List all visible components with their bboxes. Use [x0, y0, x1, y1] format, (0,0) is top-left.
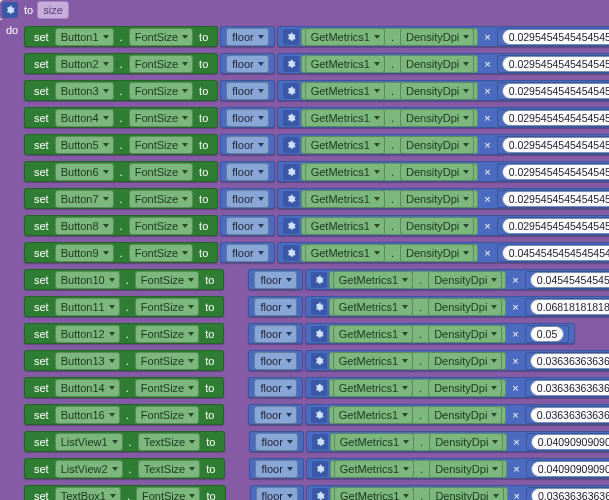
- number-value[interactable]: 0.04090909090909090909: [531, 461, 609, 477]
- number-block[interactable]: 0.03636363636363636: [526, 487, 609, 501]
- number-block[interactable]: 0.04090909090909090909: [526, 460, 609, 478]
- densitydpi-dropdown[interactable]: DensityDpi: [400, 244, 474, 262]
- set-block[interactable]: set Button10 . FontSize to: [24, 269, 224, 290]
- getmetrics-dropdown[interactable]: GetMetrics1: [333, 352, 413, 370]
- getmetrics-block[interactable]: GetMetrics1 . DensityDpi: [329, 271, 507, 289]
- number-value[interactable]: 0.06818181818181818182: [530, 299, 609, 315]
- densitydpi-dropdown[interactable]: DensityDpi: [428, 352, 502, 370]
- densitydpi-dropdown[interactable]: DensityDpi: [400, 217, 474, 235]
- getmetrics-block[interactable]: GetMetrics1 . DensityDpi: [330, 433, 508, 451]
- property-dropdown[interactable]: TextSize: [138, 460, 201, 478]
- set-block[interactable]: set ListView2 . TextSize to: [24, 458, 225, 479]
- densitydpi-dropdown[interactable]: DensityDpi: [428, 325, 502, 343]
- multiply-block[interactable]: GetMetrics1 . DensityDpi × 0.03636363636…: [305, 350, 609, 371]
- densitydpi-dropdown[interactable]: DensityDpi: [429, 487, 503, 501]
- set-block-row[interactable]: set TextBox1 . FontSize to floor GetMetr…: [24, 485, 609, 500]
- number-value[interactable]: 0.029545454545454545: [502, 110, 609, 126]
- densitydpi-dropdown[interactable]: DensityDpi: [429, 433, 503, 451]
- number-block[interactable]: 0.03636363636363636364: [525, 379, 609, 397]
- floor-func-dropdown[interactable]: floor: [226, 190, 268, 208]
- getmetrics-dropdown[interactable]: GetMetrics1: [305, 244, 385, 262]
- multiply-block[interactable]: GetMetrics1 . DensityDpi × 0.04545454545…: [305, 269, 609, 290]
- set-block[interactable]: set Button7 . FontSize to: [24, 188, 218, 209]
- floor-func-dropdown[interactable]: floor: [254, 379, 296, 397]
- multiply-block[interactable]: GetMetrics1 . DensityDpi × 0.02954545454…: [277, 107, 609, 128]
- component-dropdown[interactable]: Button16: [55, 406, 120, 424]
- multiply-block[interactable]: GetMetrics1 . DensityDpi × 0.04090909090…: [306, 458, 609, 479]
- densitydpi-dropdown[interactable]: DensityDpi: [400, 109, 474, 127]
- number-value[interactable]: 0.04090909090909090909: [531, 434, 609, 450]
- multiply-block[interactable]: GetMetrics1 . DensityDpi × 0.02954545454…: [277, 26, 609, 47]
- set-block-row[interactable]: set Button5 . FontSize to floor GetMetri…: [24, 134, 609, 155]
- floor-block[interactable]: floor: [220, 242, 274, 263]
- set-block-row[interactable]: set Button16 . FontSize to floor GetMetr…: [24, 404, 609, 425]
- floor-block[interactable]: floor: [248, 296, 302, 317]
- property-dropdown[interactable]: FontSize: [135, 271, 199, 289]
- component-dropdown[interactable]: Button8: [55, 217, 114, 235]
- component-dropdown[interactable]: Button11: [55, 298, 120, 316]
- number-block[interactable]: 0.04090909090909090909: [526, 433, 609, 451]
- floor-block[interactable]: floor: [220, 188, 274, 209]
- getmetrics-dropdown[interactable]: GetMetrics1: [334, 487, 414, 501]
- property-dropdown[interactable]: FontSize: [129, 28, 193, 46]
- getmetrics-block[interactable]: GetMetrics1 . DensityDpi: [301, 82, 479, 100]
- getmetrics-dropdown[interactable]: GetMetrics1: [305, 82, 385, 100]
- set-block[interactable]: set Button11 . FontSize to: [24, 296, 224, 317]
- property-dropdown[interactable]: FontSize: [129, 217, 193, 235]
- getmetrics-dropdown[interactable]: GetMetrics1: [334, 433, 414, 451]
- set-block[interactable]: set Button2 . FontSize to: [24, 53, 218, 74]
- gear-icon[interactable]: [283, 245, 299, 261]
- densitydpi-dropdown[interactable]: DensityDpi: [429, 460, 503, 478]
- getmetrics-block[interactable]: GetMetrics1 . DensityDpi: [301, 217, 479, 235]
- property-dropdown[interactable]: TextSize: [138, 433, 201, 451]
- number-value[interactable]: 0.029545454545454545: [502, 83, 609, 99]
- floor-func-dropdown[interactable]: floor: [226, 136, 268, 154]
- floor-block[interactable]: floor: [220, 80, 274, 101]
- floor-block[interactable]: floor: [220, 107, 274, 128]
- set-block-row[interactable]: set ListView2 . TextSize to floor GetMet…: [24, 458, 609, 479]
- floor-block[interactable]: floor: [220, 53, 274, 74]
- property-dropdown[interactable]: FontSize: [135, 379, 199, 397]
- component-dropdown[interactable]: Button12: [55, 325, 120, 343]
- component-dropdown[interactable]: Button14: [55, 379, 120, 397]
- set-block-row[interactable]: set Button12 . FontSize to floor GetMetr…: [24, 323, 609, 344]
- densitydpi-dropdown[interactable]: DensityDpi: [428, 271, 502, 289]
- gear-icon[interactable]: [311, 299, 327, 315]
- set-block-row[interactable]: set Button9 . FontSize to floor GetMetri…: [24, 242, 609, 263]
- number-value[interactable]: 0.029545454545454545: [502, 218, 609, 234]
- floor-func-dropdown[interactable]: floor: [254, 352, 296, 370]
- gear-icon[interactable]: [312, 461, 328, 477]
- component-dropdown[interactable]: Button6: [55, 163, 114, 181]
- number-value[interactable]: 0.03636363636363636364: [530, 407, 609, 423]
- number-block[interactable]: 0.029545454545454545: [497, 55, 609, 73]
- floor-block[interactable]: floor: [220, 26, 274, 47]
- gear-icon[interactable]: [312, 488, 328, 501]
- set-block[interactable]: set Button12 . FontSize to: [24, 323, 224, 344]
- multiply-block[interactable]: GetMetrics1 . DensityDpi × 0.06818181818…: [305, 296, 609, 317]
- multiply-block[interactable]: GetMetrics1 . DensityDpi × 0.04090909090…: [306, 431, 609, 452]
- number-value[interactable]: 0.03636363636363636: [531, 488, 609, 501]
- number-value[interactable]: 0.03636363636363636364: [530, 380, 609, 396]
- floor-block[interactable]: floor: [249, 431, 303, 452]
- multiply-block[interactable]: GetMetrics1 . DensityDpi × 0.02954545454…: [277, 215, 609, 236]
- floor-block[interactable]: floor: [248, 323, 302, 344]
- gear-icon[interactable]: [312, 434, 328, 450]
- set-block-row[interactable]: set Button13 . FontSize to floor GetMetr…: [24, 350, 609, 371]
- set-block-row[interactable]: set Button8 . FontSize to floor GetMetri…: [24, 215, 609, 236]
- getmetrics-dropdown[interactable]: GetMetrics1: [305, 163, 385, 181]
- densitydpi-dropdown[interactable]: DensityDpi: [400, 82, 474, 100]
- floor-func-dropdown[interactable]: floor: [226, 55, 268, 73]
- number-value[interactable]: 0.029545454545454545: [502, 56, 609, 72]
- set-block-row[interactable]: set Button14 . FontSize to floor GetMetr…: [24, 377, 609, 398]
- property-dropdown[interactable]: FontSize: [129, 163, 193, 181]
- number-value[interactable]: 0.04545454545454545455: [502, 245, 609, 261]
- number-block[interactable]: 0.04545454545454545455: [525, 271, 609, 289]
- set-block[interactable]: set Button5 . FontSize to: [24, 134, 218, 155]
- property-dropdown[interactable]: FontSize: [135, 298, 199, 316]
- property-dropdown[interactable]: FontSize: [129, 109, 193, 127]
- gear-icon[interactable]: [2, 2, 18, 18]
- getmetrics-dropdown[interactable]: GetMetrics1: [305, 190, 385, 208]
- set-block-row[interactable]: set Button10 . FontSize to floor GetMetr…: [24, 269, 609, 290]
- component-dropdown[interactable]: TextBox1: [55, 487, 121, 501]
- gear-icon[interactable]: [283, 164, 299, 180]
